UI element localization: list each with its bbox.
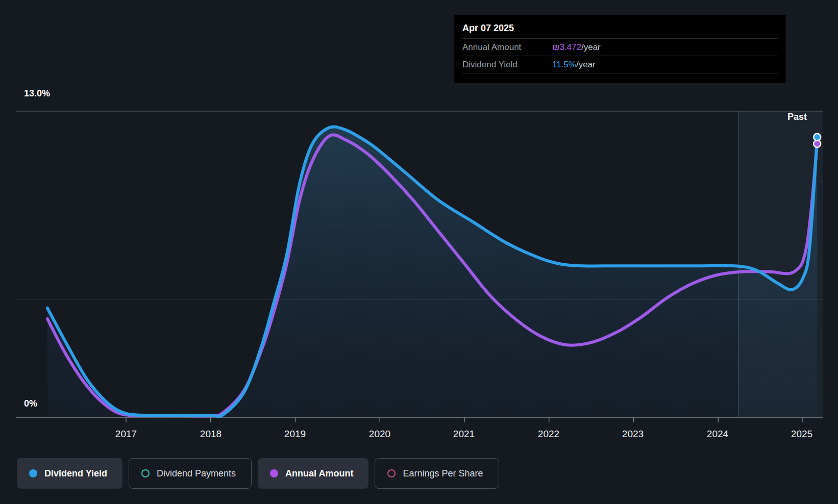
x-tick-label-2019: 2019 — [280, 429, 310, 440]
earnings-per-share-ring-icon — [387, 469, 396, 477]
x-tick-label-2021: 2021 — [449, 429, 479, 440]
tooltip-date: Apr 07 2025 — [462, 22, 778, 38]
x-tick-label-2022: 2022 — [533, 429, 564, 440]
chart-tooltip: Apr 07 2025 Annual Amount ₪3.472 /year D… — [454, 15, 786, 83]
x-tick-label-2025: 2025 — [786, 429, 817, 440]
x-tick-label-2018: 2018 — [195, 429, 226, 440]
legend-label: Dividend Yield — [44, 468, 107, 479]
legend-toggle-earnings-per-share[interactable]: Earnings Per Share — [375, 458, 499, 489]
x-tick-label-2020: 2020 — [364, 429, 395, 440]
legend-toggle-annual-amount[interactable]: Annual Amount — [258, 458, 368, 489]
legend-label: Earnings Per Share — [403, 468, 483, 479]
tooltip-label: Annual Amount — [462, 42, 552, 53]
tooltip-value-suffix: /year — [576, 60, 596, 70]
y-axis-max-label: 13.0% — [24, 88, 50, 99]
y-axis-zero-label: 0% — [24, 398, 37, 409]
tooltip-label: Dividend Yield — [462, 60, 552, 70]
tooltip-value-suffix: /year — [581, 42, 601, 53]
legend-label: Annual Amount — [285, 468, 353, 479]
x-tick-label-2024: 2024 — [702, 429, 733, 440]
tooltip-row-annual-amount: Annual Amount ₪3.472 /year — [462, 38, 778, 56]
tooltip-row-dividend-yield: Dividend Yield 11.5% /year — [462, 56, 778, 73]
tooltip-value-annual-amount: ₪3.472 — [552, 42, 581, 53]
legend-toggle-dividend-yield[interactable]: Dividend Yield — [17, 458, 122, 489]
legend-label: Dividend Payments — [157, 468, 236, 479]
past-region-label: Past — [787, 112, 807, 122]
legend-toggle-dividend-payments[interactable]: Dividend Payments — [129, 458, 252, 489]
tooltip-value-dividend-yield: 11.5% — [552, 60, 576, 70]
dividend-yield-dot-icon — [29, 469, 37, 477]
dividend-payments-ring-icon — [141, 469, 150, 477]
annual-amount-dot-icon — [270, 469, 278, 477]
chart-legend: Dividend Yield Dividend Payments Annual … — [17, 458, 499, 489]
x-tick-label-2023: 2023 — [618, 429, 648, 440]
x-tick-label-2017: 2017 — [111, 429, 141, 440]
